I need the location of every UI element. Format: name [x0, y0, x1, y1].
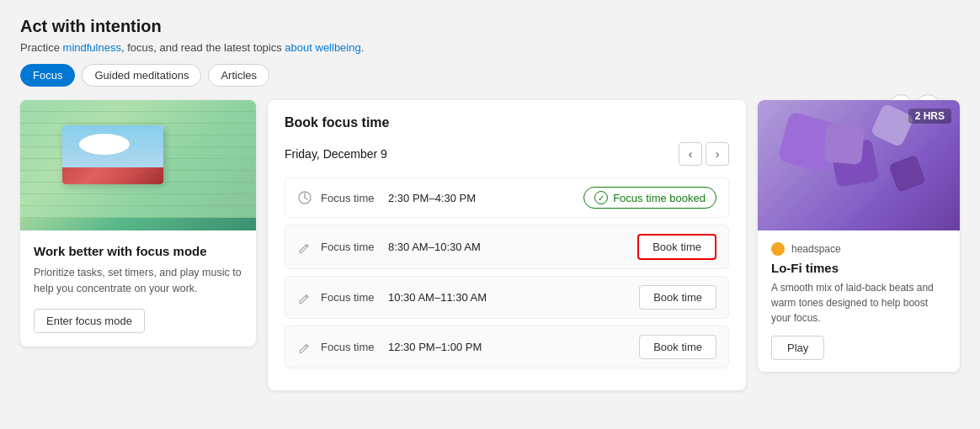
focus-row-3-label: Focus time	[321, 341, 388, 353]
mindfulness-link[interactable]: mindfulness	[63, 41, 121, 54]
left-card-image	[20, 100, 256, 230]
left-card-description: Prioritize tasks, set timers, and play m…	[34, 265, 242, 297]
focus-row-3-time: 12:30 PM–1:00 PM	[388, 341, 639, 353]
booked-check-icon: ✓	[594, 191, 608, 204]
focus-row-3-icon	[297, 340, 312, 355]
tab-guided-meditations[interactable]: Guided meditations	[82, 64, 201, 87]
focus-row-1-icon	[297, 240, 312, 255]
focus-row-0-label: Focus time	[321, 192, 388, 204]
tab-articles[interactable]: Articles	[208, 64, 269, 87]
right-card-description: A smooth mix of laid-back beats and warm…	[771, 280, 946, 326]
focus-row-2-time: 10:30 AM–11:30 AM	[388, 291, 639, 304]
right-card-image: 2 HRS	[758, 100, 960, 230]
focus-row-2-label: Focus time	[321, 291, 388, 304]
focus-row-2-icon	[297, 290, 312, 305]
book-time-button-2[interactable]: Book time	[639, 285, 716, 310]
date-label: Friday, December 9	[285, 147, 387, 161]
middle-card: Book focus time Friday, December 9 ‹ ›	[268, 100, 746, 390]
page-subtitle: Practice mindfulness, focus, and read th…	[20, 41, 960, 54]
booked-label: Focus time booked	[613, 192, 706, 204]
tab-bar: Focus Guided meditations Articles	[20, 64, 960, 87]
focus-row-1-time: 8:30 AM–10:30 AM	[388, 241, 637, 253]
hrs-badge: 2 HRS	[908, 109, 951, 124]
headspace-label: headspace	[791, 243, 841, 255]
focus-row-0: Focus time 2:30 PM–4:30 PM ✓ Focus time …	[285, 177, 729, 218]
left-card-heading: Work better with focus mode	[34, 244, 242, 258]
page-title: Act with intention	[20, 17, 960, 36]
date-row: Friday, December 9 ‹ ›	[285, 142, 729, 166]
svg-line-2	[305, 198, 307, 199]
play-button[interactable]: Play	[771, 336, 824, 360]
focus-row-1-label: Focus time	[321, 241, 388, 253]
about-wellbeing-link[interactable]: about wellbeing	[285, 41, 360, 54]
date-prev-button[interactable]: ‹	[679, 142, 702, 166]
book-time-button-3[interactable]: Book time	[639, 335, 716, 359]
date-next-button[interactable]: ›	[706, 142, 729, 166]
cards-row: Work better with focus mode Prioritize t…	[20, 100, 960, 390]
focus-row-1: Focus time 8:30 AM–10:30 AM Book time	[285, 225, 729, 269]
right-card: 2 HRS headspace Lo-Fi times A smooth mix…	[758, 100, 960, 372]
book-focus-time-title: Book focus time	[285, 115, 729, 130]
left-card: Work better with focus mode Prioritize t…	[20, 100, 256, 347]
headspace-icon	[771, 242, 785, 256]
focus-row-3: Focus time 12:30 PM–1:00 PM Book time	[285, 326, 729, 368]
date-nav: ‹ ›	[679, 142, 729, 166]
focus-row-0-icon	[297, 190, 312, 205]
enter-focus-mode-button[interactable]: Enter focus mode	[34, 309, 145, 333]
booked-badge: ✓ Focus time booked	[583, 187, 716, 209]
headspace-row: headspace	[771, 242, 946, 256]
focus-row-0-time: 2:30 PM–4:30 PM	[388, 192, 583, 204]
book-time-button-1[interactable]: Book time	[637, 234, 716, 260]
focus-row-2: Focus time 10:30 AM–11:30 AM Book time	[285, 276, 729, 319]
tab-focus[interactable]: Focus	[20, 64, 75, 87]
right-card-title: Lo-Fi times	[771, 261, 946, 275]
